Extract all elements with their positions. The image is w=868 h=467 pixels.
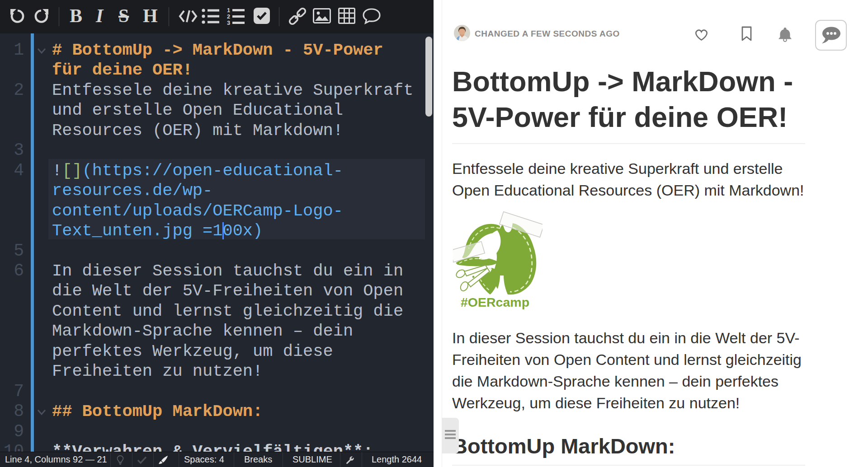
svg-text:#OERcamp: #OERcamp [461, 295, 529, 309]
svg-text:1: 1 [227, 7, 230, 14]
svg-text:3: 3 [227, 19, 230, 26]
svg-text:2: 2 [227, 13, 230, 20]
